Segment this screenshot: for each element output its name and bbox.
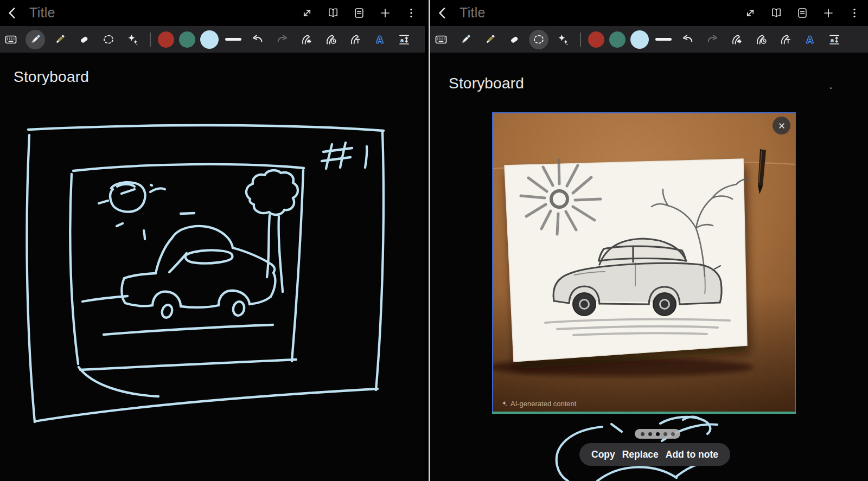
left-header: Title (0, 0, 425, 26)
note-panel-left: Title (0, 0, 425, 481)
selection-bottom-line (492, 412, 796, 414)
eraser-tool-button[interactable] (74, 30, 94, 49)
copy-button[interactable]: Copy (591, 449, 615, 460)
note-panel-right: Title (430, 0, 868, 481)
color-swatch-lightblue[interactable] (200, 30, 219, 49)
ai-watermark-label: AI-generated content (510, 400, 576, 408)
page-dot[interactable] (641, 432, 644, 436)
page-dot[interactable] (663, 432, 667, 436)
redo-button[interactable] (703, 30, 722, 49)
lasso-tool-button[interactable] (529, 30, 548, 49)
replace-button[interactable]: Replace (622, 449, 659, 460)
window-actions (301, 0, 417, 26)
right-header: Title (430, 0, 868, 26)
drawing-toolbar-right (430, 26, 868, 53)
undo-button[interactable] (248, 30, 267, 49)
page-list-button[interactable] (353, 7, 365, 19)
handwriting-beautify-button[interactable] (297, 30, 316, 49)
window-actions (744, 0, 860, 26)
text-size-button[interactable] (825, 30, 844, 49)
add-page-button[interactable] (379, 7, 391, 19)
stroke-width-bar (655, 38, 672, 41)
more-options-button[interactable] (405, 7, 417, 19)
ai-assist-button[interactable] (123, 30, 143, 49)
handwriting-beautify-button[interactable] (727, 30, 746, 49)
lasso-tool-button[interactable] (99, 30, 118, 49)
more-options-button[interactable] (848, 7, 860, 19)
undo-button[interactable] (678, 30, 698, 49)
page-view-button[interactable] (770, 7, 782, 19)
ai-watermark: AI-generated content (501, 400, 576, 408)
ai-image-card[interactable]: AI-generated content (492, 112, 796, 414)
keyboard-tool-button[interactable] (1, 30, 21, 49)
stroke-width-button[interactable] (224, 30, 243, 49)
ai-assist-button[interactable] (553, 30, 573, 49)
app-root: Title (0, 0, 868, 481)
expand-button[interactable] (744, 7, 756, 19)
color-swatch-red[interactable] (158, 31, 174, 48)
highlighter-tool-button[interactable] (50, 30, 69, 49)
handwriting-history-button[interactable] (321, 30, 341, 49)
color-swatch-teal[interactable] (179, 31, 195, 48)
eraser-tool-button[interactable] (505, 30, 524, 49)
drawing-canvas-left[interactable]: Storyboard (0, 53, 425, 481)
add-to-note-button[interactable]: Add to note (666, 449, 718, 460)
page-view-button[interactable] (327, 7, 339, 19)
keyboard-tool-button[interactable] (431, 30, 451, 49)
drawing-canvas-right[interactable]: Storyboard (430, 53, 868, 481)
handwriting-to-text-button[interactable] (776, 30, 795, 49)
redo-button[interactable] (272, 30, 292, 49)
color-swatch-red[interactable] (588, 31, 604, 48)
add-page-button[interactable] (822, 7, 834, 19)
stray-ink-dot (830, 87, 832, 89)
page-dot[interactable] (671, 432, 675, 436)
handwriting-to-text-button[interactable] (346, 30, 365, 49)
page-dot[interactable] (656, 432, 660, 436)
color-swatch-lightblue[interactable] (630, 30, 649, 49)
pen-tool-button[interactable] (25, 30, 45, 49)
ai-action-bar: Copy Replace Add to note (579, 443, 730, 466)
close-overlay-button[interactable] (773, 117, 790, 134)
font-style-button[interactable] (370, 30, 390, 49)
stroke-width-bar (225, 38, 241, 41)
sparkle-icon (501, 400, 508, 407)
back-button[interactable] (5, 4, 24, 22)
handwritten-sketch (0, 53, 425, 481)
text-size-button[interactable] (394, 30, 414, 49)
page-dot[interactable] (648, 432, 652, 436)
toolbar-divider (580, 33, 581, 47)
note-title[interactable]: Title (459, 5, 486, 21)
toolbar-divider (150, 33, 151, 47)
pagination-dots[interactable] (635, 429, 680, 439)
note-title[interactable]: Title (29, 5, 55, 21)
back-button[interactable] (436, 4, 454, 22)
font-style-button[interactable] (800, 30, 820, 49)
highlighter-tool-button[interactable] (480, 30, 500, 49)
ai-generated-image (493, 113, 795, 413)
stroke-width-button[interactable] (654, 30, 673, 49)
expand-button[interactable] (301, 7, 313, 19)
pen-tool-button[interactable] (456, 30, 475, 49)
drawing-toolbar-left (0, 26, 425, 53)
handwriting-history-button[interactable] (751, 30, 771, 49)
color-swatch-teal[interactable] (609, 31, 626, 48)
page-list-button[interactable] (796, 7, 808, 19)
